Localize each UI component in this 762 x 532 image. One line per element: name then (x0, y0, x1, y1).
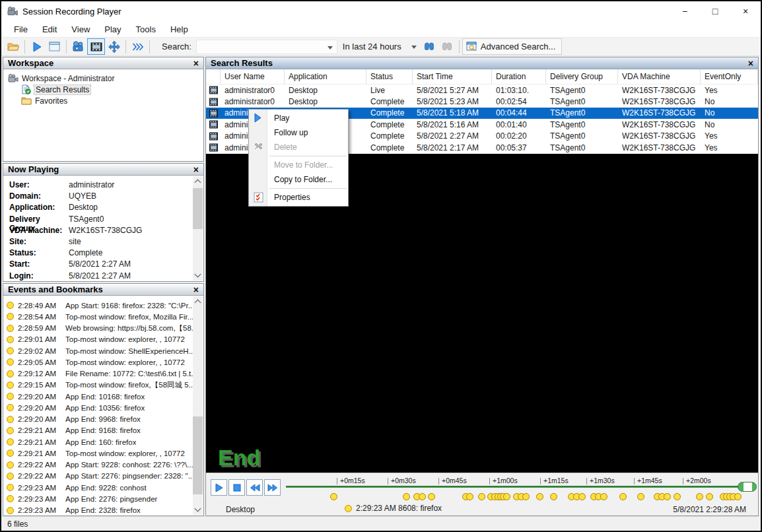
event-list-item[interactable]: 2:28:59 AM Web browsing: https://bj.58.c… (3, 323, 203, 334)
menu-item[interactable]: Tools (129, 22, 163, 36)
event-list-item[interactable]: 2:29:22 AM App Start: 2276: pingsender: … (3, 471, 203, 482)
new-window-icon[interactable] (46, 38, 63, 55)
event-marker-dot[interactable] (330, 493, 337, 500)
chevron-down-icon[interactable] (411, 46, 417, 49)
menu-item[interactable]: Help (163, 22, 195, 36)
context-menu-item-follow-up[interactable]: Follow up (249, 125, 348, 140)
timeline-track[interactable] (286, 486, 753, 488)
fast-forward-button[interactable] (264, 479, 281, 496)
column-header-delivery-group[interactable]: Delivery Group (546, 69, 618, 84)
scroll-down-icon[interactable] (195, 506, 201, 512)
timeline-playhead-handle[interactable] (738, 482, 757, 492)
column-header-application[interactable]: Application (285, 69, 366, 84)
filmstrip-icon[interactable] (87, 38, 105, 55)
table-row[interactable]: administrator0 Desktop Live 5/8/2021 5:2… (206, 84, 758, 96)
event-list-item[interactable]: 2:29:15 AM Top-most window: firefox,【58同… (3, 380, 203, 391)
event-marker-dot[interactable] (637, 493, 644, 500)
event-list-item[interactable]: 2:29:05 AM Top-most window: explorer, , … (3, 356, 203, 368)
event-list-item[interactable]: 2:28:54 AM Top-most window: firefox, Moz… (3, 311, 203, 322)
event-marker-dot[interactable] (706, 493, 713, 500)
close-icon[interactable]: × (193, 286, 199, 294)
tree-item-favorites[interactable]: Favorites (3, 95, 203, 106)
stop-button[interactable] (228, 479, 245, 496)
column-header-user[interactable]: User Name (221, 69, 285, 84)
context-menu-item-move-to-folder[interactable]: Move to Folder... (249, 158, 348, 172)
event-list-item[interactable]: 2:29:12 AM File Rename: 10772: C:\test\6… (3, 368, 203, 380)
pan-move-icon[interactable] (105, 38, 123, 55)
tree-item-workspace-root[interactable]: Workspace - Administrator (3, 73, 203, 84)
event-marker-dot[interactable] (578, 493, 586, 500)
event-list-item[interactable]: 2:29:20 AM App End: 10356: firefox (3, 402, 203, 413)
event-marker-dot[interactable] (503, 493, 510, 500)
event-marker-dot[interactable] (550, 493, 557, 500)
event-marker-dot[interactable] (403, 493, 410, 500)
event-marker-dot[interactable] (674, 493, 681, 500)
event-list-item[interactable]: 2:29:01 AM Top-most window: explorer, , … (3, 334, 203, 345)
event-list-item[interactable]: 2:29:20 AM App End: 9968: firefox (3, 414, 203, 425)
minimize-button[interactable]: − (670, 1, 700, 21)
advanced-search-button[interactable]: Advanced Search... (462, 38, 562, 55)
open-folder-icon[interactable] (4, 38, 22, 55)
now-playing-scrollbar[interactable] (193, 176, 203, 281)
time-filter-dropdown[interactable]: In last 24 hours (339, 40, 421, 54)
context-menu-item-properties[interactable]: Properties (249, 190, 348, 205)
play-icon[interactable] (28, 38, 46, 55)
event-marker-dot[interactable] (536, 493, 543, 500)
event-marker-dot[interactable] (478, 493, 485, 500)
column-header-status[interactable]: Status (366, 69, 413, 84)
column-header-duration[interactable]: Duration (492, 69, 546, 84)
scroll-down-icon[interactable] (195, 271, 201, 278)
event-marker-dot[interactable] (466, 493, 473, 500)
table-row[interactable]: administrator0 Desktop Complete 5/8/2021… (206, 96, 758, 107)
event-marker-dot[interactable] (734, 493, 742, 500)
menu-item[interactable]: Play (97, 22, 128, 36)
cell-start-time: 5/8/2021 5:18 AM (413, 108, 492, 117)
event-bookmark-dot-icon (7, 404, 14, 411)
event-marker-dot[interactable] (522, 493, 530, 500)
column-header-event-only[interactable]: EventOnly (701, 69, 758, 84)
projector-icon[interactable] (69, 38, 87, 55)
tree-item-search-results[interactable]: Search Results (3, 84, 203, 95)
event-list-item[interactable]: 2:28:49 AM App Start: 9168: firefox: 232… (3, 300, 203, 311)
menu-item[interactable]: View (64, 22, 97, 36)
event-bookmark-dot-icon (7, 449, 14, 457)
context-menu-item-delete[interactable]: Delete (249, 140, 348, 154)
event-marker-dot[interactable] (619, 493, 627, 500)
event-list-item[interactable]: 2:29:23 AM App End: 2328: firefox (3, 505, 203, 516)
context-menu-item-play[interactable]: Play (249, 111, 348, 125)
event-list-item[interactable]: 2:29:20 AM App End: 10168: firefox (3, 391, 203, 402)
event-marker-dot[interactable] (600, 493, 607, 500)
close-icon[interactable]: × (748, 59, 753, 67)
menu-item[interactable]: Edit (35, 22, 64, 36)
maximize-button[interactable]: □ (700, 1, 730, 21)
column-header-vda-machine[interactable]: VDA Machine (618, 69, 701, 84)
event-marker-dot[interactable] (664, 493, 671, 500)
menu-item[interactable]: File (7, 22, 35, 36)
event-list-item[interactable]: 2:29:23 AM App End: 9228: conhost (3, 482, 203, 493)
scroll-up-icon[interactable] (195, 300, 201, 306)
event-marker-dot[interactable] (696, 493, 703, 500)
play-button[interactable] (211, 479, 227, 496)
event-list-item[interactable]: 2:29:21 AM App End: 9168: firefox (3, 425, 203, 436)
scrollbar-thumb[interactable] (193, 416, 203, 494)
event-list-item[interactable]: 2:29:21 AM Top-most window: explorer, , … (3, 448, 203, 459)
chevron-down-icon[interactable] (328, 46, 333, 50)
scrollbar-thumb[interactable] (193, 188, 203, 229)
event-list-item[interactable]: 2:29:22 AM App Start: 9228: conhost: 227… (3, 459, 203, 471)
event-list-item[interactable]: 2:29:02 AM Top-most window: ShellExperie… (3, 345, 203, 356)
close-icon[interactable]: × (193, 59, 199, 67)
rewind-button[interactable] (246, 479, 263, 496)
close-button[interactable]: × (730, 1, 761, 21)
event-marker-dot[interactable] (428, 493, 435, 500)
search-input[interactable] (196, 40, 337, 54)
context-menu-item-copy-to-folder[interactable]: Copy to Folder... (249, 172, 348, 187)
event-list-item[interactable]: 2:29:21 AM App End: 160: firefox (3, 436, 203, 448)
scroll-up-icon[interactable] (195, 180, 201, 186)
close-icon[interactable]: × (193, 166, 199, 174)
event-list-item[interactable]: 2:29:23 AM App End: 2276: pingsender (3, 493, 203, 504)
more-chevrons-icon[interactable] (129, 38, 147, 55)
event-marker-dot[interactable] (419, 493, 426, 500)
column-header-start-time[interactable]: Start Time (413, 69, 492, 84)
events-scrollbar[interactable] (193, 296, 203, 515)
find-icon[interactable] (421, 38, 438, 55)
